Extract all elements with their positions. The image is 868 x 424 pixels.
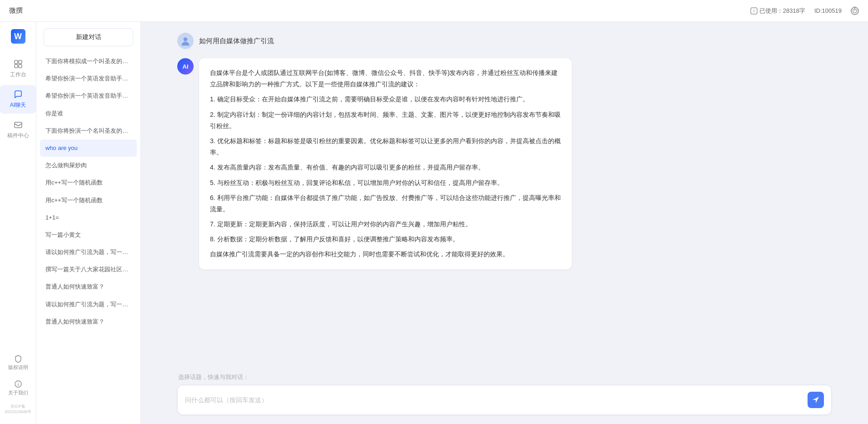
send-button[interactable]: [808, 392, 824, 408]
topbar-title: 微撰: [9, 6, 750, 15]
ai-paragraph: 自媒体平台是个人或团队通过互联网平台(如博客、微博、微信公众号、抖音、快手等)发…: [210, 67, 561, 90]
chat-input[interactable]: [185, 395, 803, 405]
ai-chat-label: AI聊天: [10, 101, 26, 109]
user-message-row: 如何用自媒体做推广引流: [177, 33, 832, 49]
history-item[interactable]: 普通人如何快速致富？: [40, 313, 137, 330]
topbar-right: i 已使用：28318字 ID:100519: [750, 7, 859, 15]
chat-messages: 如何用自媒体做推广引流 AI 自媒体平台是个人或团队通过互联网平台(如博客、微博…: [141, 22, 868, 373]
info-circle-icon: i: [14, 380, 22, 388]
sidebar-item-mailbox[interactable]: 稿件中心: [0, 115, 36, 144]
svg-rect-2: [15, 60, 18, 64]
ai-paragraph: 自媒体推广引流需要具备一定的内容创作和社交能力，同时也需要不断尝试和优化，才能取…: [210, 249, 561, 260]
history-item[interactable]: 怎么做狗屎炒肉: [40, 157, 137, 174]
history-item[interactable]: 用c++写一个随机函数: [40, 174, 137, 191]
quick-topics-label: 选择话题，快速与我对话：: [177, 373, 832, 381]
input-area: 选择话题，快速与我对话：: [141, 373, 868, 424]
ai-paragraph: 8. 分析数据：定期分析数据，了解用户反馈和喜好，以便调整推广策略和内容发布频率…: [210, 234, 561, 245]
usage-text: 已使用：28318字: [759, 7, 805, 15]
left-nav: W 工作台: [0, 22, 36, 424]
nav-footer: 版权说明 i 关于我们 京ICP备2022015848号: [0, 351, 36, 417]
svg-point-9: [184, 37, 188, 41]
history-item[interactable]: 用c++写一个随机函数: [40, 192, 137, 209]
mail-icon: [13, 120, 23, 130]
logo-area: W: [11, 29, 25, 44]
svg-rect-4: [15, 65, 18, 68]
chat-area: 如何用自媒体做推广引流 AI 自媒体平台是个人或团队通过互联网平台(如博客、微博…: [141, 22, 868, 424]
ai-paragraph: 7. 定期更新：定期更新内容，保持活跃度，可以让用户对你的内容产生兴趣，增加用户…: [210, 219, 561, 230]
chat-icon: [13, 90, 23, 100]
svg-rect-3: [19, 60, 22, 64]
main-layout: W 工作台: [0, 22, 868, 424]
svg-rect-6: [15, 122, 22, 128]
history-item[interactable]: 下面你将扮演一个名叫圣友的医生: [40, 122, 137, 140]
input-box: [177, 385, 832, 415]
svg-text:i: i: [753, 9, 755, 13]
copyright-label: 版权说明: [8, 364, 28, 371]
ai-paragraph: 3. 优化标题和标签：标题和标签是吸引粉丝的重要因素。优化标题和标签可以让更多的…: [210, 135, 561, 158]
nav-items: 工作台 AI聊天 稿件中心: [0, 55, 36, 144]
mailbox-label: 稿件中心: [7, 132, 29, 140]
history-item[interactable]: 请以如何推广引流为题，写一篇大纲: [40, 296, 137, 313]
history-item[interactable]: 普通人如何快速致富？: [40, 278, 137, 295]
sidebar-item-workspace[interactable]: 工作台: [0, 55, 36, 83]
id-text: ID:100519: [814, 7, 842, 14]
sidebar-item-about[interactable]: i 关于我们: [0, 376, 36, 400]
workspace-label: 工作台: [10, 71, 26, 79]
ai-paragraph: 4. 发布高质量内容：发布高质量、有价值、有趣的内容可以吸引更多的粉丝，并提高用…: [210, 162, 561, 173]
about-label: 关于我们: [8, 389, 28, 396]
shield-icon: [14, 354, 22, 363]
history-item[interactable]: 写一篇小黄文: [40, 226, 137, 244]
history-list: 下面你将模拟成一个叫圣友的程序员，我说...希望你扮演一个英语发音助手，我提供给…: [36, 51, 140, 424]
ai-paragraph: 1. 确定目标受众：在开始自媒体推广引流之前，需要明确目标受众是谁，以便在发布内…: [210, 94, 561, 105]
user-avatar: [177, 33, 194, 49]
history-sidebar: 新建对话 下面你将模拟成一个叫圣友的程序员，我说...希望你扮演一个英语发音助手…: [36, 22, 141, 424]
history-item[interactable]: 1+1=: [40, 209, 137, 226]
svg-rect-5: [19, 65, 22, 68]
ai-avatar: AI: [177, 58, 194, 75]
send-icon: [812, 396, 820, 404]
new-chat-button[interactable]: 新建对话: [44, 28, 133, 46]
logo-icon: W: [11, 29, 25, 44]
ai-paragraph: 6. 利用平台推广功能：自媒体平台都提供了推广功能，如广告投放、付费推广等，可以…: [210, 192, 561, 215]
usage-display: i 已使用：28318字: [750, 7, 805, 15]
history-item[interactable]: 你是谁: [40, 105, 137, 122]
power-button[interactable]: [851, 7, 859, 15]
topbar: 微撰 i 已使用：28318字 ID:100519: [0, 0, 868, 22]
ai-paragraph: 5. 与粉丝互动：积极与粉丝互动，回复评论和私信，可以增加用户对你的认可和信任，…: [210, 177, 561, 189]
ai-message-bubble: 自媒体平台是个人或团队通过互联网平台(如博客、微博、微信公众号、抖音、快手等)发…: [199, 58, 572, 269]
history-item[interactable]: 希望你扮演一个英语发音助手，我提供给你...: [40, 70, 137, 87]
sidebar-item-copyright[interactable]: 版权说明: [0, 351, 36, 374]
svg-text:i: i: [17, 382, 19, 387]
history-item[interactable]: 希望你扮演一个英语发音助手，我提供给你...: [40, 87, 137, 105]
ai-message-row: AI 自媒体平台是个人或团队通过互联网平台(如博客、微博、微信公众号、抖音、快手…: [177, 58, 832, 269]
history-item[interactable]: who are you: [40, 140, 137, 157]
history-item[interactable]: 请以如何推广引流为题，写一篇大纲: [40, 244, 137, 261]
sidebar-item-ai-chat[interactable]: AI聊天: [0, 85, 36, 114]
icp-text: 京ICP备2022015848号: [0, 402, 36, 417]
grid-icon: [13, 59, 23, 69]
history-item[interactable]: 下面你将模拟成一个叫圣友的程序员，我说...: [40, 53, 137, 70]
history-item[interactable]: 撰写一篇关于八大家花园社区一刻钟便民生...: [40, 261, 137, 278]
user-message-text: 如何用自媒体做推广引流: [199, 33, 274, 46]
ai-paragraph: 2. 制定内容计划：制定一份详细的内容计划，包括发布时间、频率、主题、文案、图片…: [210, 109, 561, 132]
info-icon: i: [750, 7, 758, 15]
